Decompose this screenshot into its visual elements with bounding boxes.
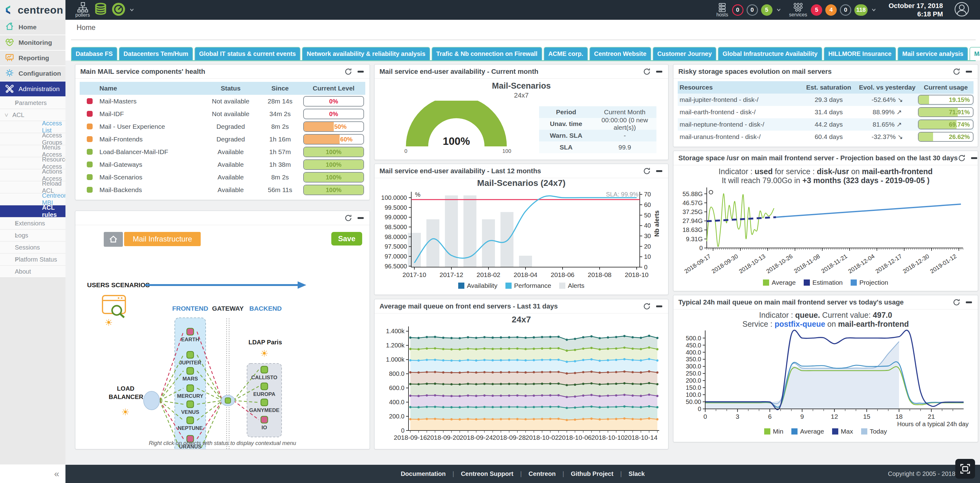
collapse-icon[interactable]: [655, 302, 663, 310]
node-label-neptune[interactable]: NEPTUNE: [178, 425, 202, 431]
services-icon: services: [789, 2, 807, 17]
svg-text:21: 21: [928, 413, 935, 420]
refresh-icon[interactable]: [344, 68, 352, 76]
monitoring-icon: [5, 37, 14, 48]
collapse-icon[interactable]: [965, 68, 973, 76]
collapse-icon[interactable]: [655, 167, 663, 175]
collapse-icon[interactable]: [655, 68, 663, 76]
hosts-badge-0[interactable]: 0: [732, 4, 743, 16]
tab-network-availability-reliability-analysis[interactable]: Network availability & reliability analy…: [302, 47, 430, 60]
svg-text:2018-09-30: 2018-09-30: [710, 253, 739, 275]
hosts-badge-2[interactable]: 5: [761, 4, 773, 16]
node-label-earth[interactable]: EARTH: [181, 336, 199, 343]
tab-mail-service-analysis[interactable]: Mail service analysis: [897, 47, 968, 60]
sidebar-item-menus-access[interactable]: Menus Access: [0, 145, 65, 157]
sidebar-item-actions-access[interactable]: Actions Access: [0, 169, 65, 181]
sidebar-item-logs[interactable]: >Logs: [0, 230, 65, 241]
home-chip[interactable]: [104, 232, 123, 247]
sidebar-item-reload-acl[interactable]: Reload ACL: [0, 181, 65, 193]
refresh-icon[interactable]: [958, 154, 966, 162]
poller-status-group[interactable]: pollers: [75, 2, 134, 18]
node-label-mercury[interactable]: MERCURY: [177, 393, 203, 399]
tab-global-it-status-current-events[interactable]: Global IT status & current events: [194, 47, 301, 60]
refresh-icon[interactable]: [953, 298, 961, 306]
footer-link-slack[interactable]: Slack: [622, 470, 651, 477]
tab-centreon-website[interactable]: Centreon Website: [589, 47, 651, 60]
services-badge-0[interactable]: 5: [811, 4, 822, 16]
user-avatar[interactable]: [954, 2, 969, 18]
sidebar-collapse-button[interactable]: «: [0, 464, 65, 483]
sidebar-item-centreon-mbi[interactable]: Centreon MBI: [0, 193, 65, 206]
sidebar-item-acl-rules[interactable]: ACL rules: [0, 206, 65, 217]
legend-item: Min: [764, 428, 783, 435]
footer-link-centreon-support[interactable]: Centreon Support: [454, 470, 520, 477]
save-button[interactable]: Save: [331, 232, 362, 245]
saturation-cell: 31.4 days: [801, 108, 856, 116]
sidebar-item-parameters[interactable]: >Parameters: [0, 97, 65, 109]
sidebar-item-access-list[interactable]: Access List: [0, 121, 65, 133]
centreon-logo[interactable]: centreon: [0, 0, 65, 20]
services-badge-1[interactable]: 4: [825, 4, 837, 16]
sidebar-item-extensions[interactable]: >Extensions: [0, 217, 65, 230]
services-chevron-down-icon[interactable]: [871, 7, 876, 12]
refresh-icon[interactable]: [643, 68, 651, 76]
collapse-icon[interactable]: [965, 298, 973, 306]
mail-infrastructure-button[interactable]: Mail Infrastructure: [124, 232, 201, 246]
node-label-jupiter[interactable]: JUPITER: [179, 360, 201, 366]
hosts-status-group[interactable]: hosts 005: [716, 2, 781, 17]
collapse-icon[interactable]: [356, 214, 364, 222]
sidebar-item-reporting[interactable]: Reporting: [0, 51, 65, 66]
sidebar-item-administration[interactable]: Administration: [0, 81, 65, 97]
services-badge-2[interactable]: 0: [840, 4, 851, 16]
tab-mail-service-dashboard[interactable]: Mail Service Dashboard: [969, 47, 980, 60]
tab-customer-journey[interactable]: Customer Journey: [653, 47, 717, 60]
col-header: Current Level: [303, 84, 364, 92]
hosts-badge-1[interactable]: 0: [746, 4, 758, 16]
tab-trafic-nb-connection-on-firewall[interactable]: Trafic & Nb connection on Firewall: [432, 47, 542, 60]
sidebar-item-acl[interactable]: >ACL: [0, 109, 65, 121]
footer-link-centreon[interactable]: Centreon: [522, 470, 563, 477]
footer-link-documentation[interactable]: Documentation: [394, 470, 453, 477]
sidebar-item-sessions[interactable]: Sessions: [0, 241, 65, 253]
node-label-io[interactable]: IO: [261, 425, 267, 431]
services-status-group[interactable]: services 540118: [789, 2, 876, 17]
hosts-chevron-down-icon[interactable]: [776, 7, 781, 12]
svg-text:96.5000: 96.5000: [385, 263, 407, 269]
svg-text:18: 18: [896, 413, 902, 420]
poller-chevron-down-icon[interactable]: [129, 7, 134, 12]
refresh-icon[interactable]: [643, 167, 651, 175]
sidebar-item-monitoring[interactable]: Monitoring: [0, 35, 65, 51]
refresh-icon[interactable]: [953, 68, 961, 76]
sidebar-item-about[interactable]: About: [0, 266, 65, 277]
fullscreen-button[interactable]: [955, 459, 975, 479]
refresh-icon[interactable]: [643, 302, 651, 310]
widget-mail-queue-31days-actions: [643, 302, 663, 310]
node-label-venus[interactable]: VENUS: [181, 409, 199, 415]
services-badge-3[interactable]: 118: [854, 4, 868, 16]
sidebar-item-configuration[interactable]: Configuration: [0, 66, 65, 81]
status-text-cell: Available: [204, 148, 257, 156]
level-bar-label: 100%: [304, 173, 363, 182]
node-label-europa[interactable]: EUROPA: [253, 391, 275, 397]
node-label-ganymede[interactable]: GANYMEDE: [249, 407, 279, 413]
collapse-icon[interactable]: [356, 68, 364, 76]
tab-database-fs[interactable]: Database FS: [71, 47, 117, 60]
tab-datacenters-tem-hum[interactable]: Datacenters Tem/Hum: [119, 47, 193, 60]
sidebar-item-access-groups[interactable]: Access Groups: [0, 133, 65, 145]
tab-global-infrastructure-availability[interactable]: Global Infrastructure Availability: [718, 47, 822, 60]
tab-acme-corp-[interactable]: ACME corp.: [544, 47, 588, 60]
sidebar-item-label: Logs: [15, 232, 28, 239]
refresh-icon[interactable]: [344, 214, 352, 222]
sidebar-item-home[interactable]: Home: [0, 20, 65, 35]
sidebar-item-resources-access[interactable]: Resources Access: [0, 157, 65, 169]
sidebar: HomeMonitoringReportingConfigurationAdmi…: [0, 20, 65, 464]
breadcrumb[interactable]: Home: [76, 24, 95, 32]
node-label-mars[interactable]: MARS: [183, 376, 198, 382]
collapse-icon[interactable]: [970, 154, 978, 162]
footer-link-github-project[interactable]: Github Project: [564, 470, 620, 477]
level-cell: 0%: [303, 96, 364, 107]
svg-text:250.0: 250.0: [686, 370, 701, 377]
sidebar-item-platform-status[interactable]: >Platform Status: [0, 253, 65, 266]
node-label-callisto[interactable]: CALLISTO: [251, 375, 278, 381]
tab-hillmore-insurance[interactable]: HILLMORE Insurance: [824, 47, 896, 60]
